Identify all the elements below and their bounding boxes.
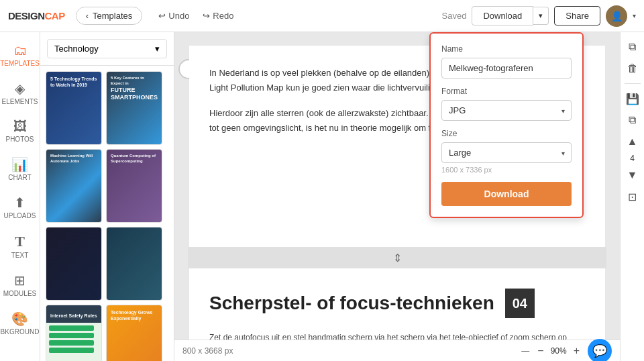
sidebar-item-templates[interactable]: 🗂 TEMPLATES — [0, 38, 40, 72]
templates-button[interactable]: ‹ Templates — [76, 7, 143, 25]
sidebar-elements-label: ELEMENTS — [2, 98, 38, 105]
elements-icon: ◈ — [15, 81, 25, 97]
name-label: Name — [441, 44, 572, 54]
canvas-size-info: 800 x 3668 px — [182, 346, 233, 356]
page-body-text: Zet de autofocus uit en stel handmatig s… — [209, 333, 398, 340]
template-item[interactable]: Technology Grows Exponentially — [106, 305, 162, 361]
sidebar-photos-label: PHOTOS — [5, 136, 34, 143]
size-select[interactable]: Small Medium Large Custom — [441, 142, 572, 163]
right-sidebar: ⧉ 🗑 💾 ⧉ ▲ 4 ▼ ⊡ — [620, 32, 644, 361]
photos-icon: 🖼 — [13, 119, 27, 134]
chart-icon: 📊 — [11, 156, 28, 172]
zoom-in-button[interactable]: + — [571, 345, 582, 357]
template-item[interactable]: Quantum Computing of Supercomputing — [106, 149, 162, 223]
sidebar-item-photos[interactable]: 🖼 PHOTOS — [0, 113, 40, 148]
sidebar-text-label: TEXT — [11, 252, 29, 259]
sidebar-item-text[interactable]: T TEXT — [0, 227, 40, 264]
chat-button[interactable]: 💬 — [588, 339, 612, 362]
sidebar-item-modules[interactable]: ⊞ MODULES — [0, 267, 40, 303]
share-button[interactable]: Share — [554, 6, 600, 25]
template-item[interactable] — [46, 227, 102, 301]
zoom-value: 90% — [551, 346, 567, 356]
logo: DESIGNCAP — [8, 10, 65, 21]
undo-label: Undo — [168, 11, 189, 21]
undo-icon: ↩ — [158, 11, 166, 21]
redo-icon: ↪ — [203, 11, 210, 21]
page-title-section: Scherpstel- of focus-technieken 04 — [209, 289, 578, 318]
avatar-dropdown-icon[interactable]: ▾ — [633, 12, 636, 19]
saved-status: Saved — [442, 11, 467, 21]
zoom-out-button[interactable]: − — [535, 345, 546, 357]
confirm-download-button[interactable]: Download — [441, 182, 572, 206]
sidebar-item-uploads[interactable]: ⬆ UPLOADS — [0, 189, 40, 225]
filename-input[interactable] — [441, 58, 572, 79]
modules-icon: ⊞ — [14, 272, 25, 289]
format-select-wrap: JPG PNG PDF ▾ — [441, 100, 572, 121]
bkground-icon: 🎨 — [11, 311, 28, 327]
redo-button[interactable]: ↪ Redo — [197, 8, 239, 23]
chevron-up-button[interactable]: ▲ — [623, 132, 642, 151]
sidebar-modules-label: MODULES — [3, 290, 36, 297]
category-dropdown[interactable]: Technology ▾ — [47, 39, 167, 58]
download-dropdown: Name Format JPG PNG PDF ▾ Size Small Med… — [429, 32, 584, 218]
canvas-bottom-bar: 800 x 3668 px — − 90% + 💬 — [174, 340, 620, 361]
copy-page-button[interactable]: ⧉ — [623, 38, 642, 56]
redo-label: Redo — [213, 11, 233, 21]
sidebar-bkground-label: BKGROUND — [1, 328, 40, 336]
chevron-down-button[interactable]: ▼ — [623, 166, 642, 185]
undo-button[interactable]: ↩ Undo — [153, 8, 195, 23]
uploads-icon: ⬆ — [14, 195, 25, 211]
template-item[interactable]: Internet Safety Rules — [46, 305, 102, 361]
duplicate-button[interactable]: ⧉ — [623, 111, 642, 130]
sidebar-uploads-label: UPLOADS — [4, 212, 36, 219]
delete-page-button[interactable]: 🗑 — [623, 59, 642, 78]
avatar[interactable]: 👤 — [606, 5, 627, 27]
sidebar-item-chart[interactable]: 📊 CHART — [0, 151, 40, 187]
layout-button[interactable]: ⊡ — [623, 187, 642, 206]
text-icon: T — [15, 233, 25, 250]
expand-icon[interactable]: ⇕ — [393, 252, 402, 264]
download-button[interactable]: Download — [472, 6, 533, 25]
topbar: DESIGNCAP ‹ Templates ↩ Undo ↪ Redo Save… — [0, 0, 644, 32]
undo-redo-group: ↩ Undo ↪ Redo — [153, 8, 239, 23]
template-item[interactable]: 5 Technology Trends to Watch in 2019 — [46, 71, 102, 145]
page-title: Scherpstel- of focus-technieken — [209, 292, 494, 315]
sidebar-templates-label: TEMPLATES — [0, 60, 40, 67]
templates-label: Templates — [93, 11, 132, 21]
save-page-button[interactable]: 💾 — [623, 89, 642, 108]
page-card-2[interactable]: Scherpstel- of focus-technieken 04 Zet d… — [189, 268, 605, 340]
template-panel: Technology ▾ 5 Technology Trends to Watc… — [40, 32, 174, 361]
category-label: Technology — [54, 44, 99, 54]
sidebar-item-bkground[interactable]: 🎨 BKGROUND — [0, 305, 40, 341]
right-divider — [625, 83, 641, 84]
download-group: Download ▾ — [472, 6, 549, 25]
chevron-left-icon: ‹ — [86, 11, 89, 21]
download-arrow-button[interactable]: ▾ — [533, 7, 549, 25]
template-grid: 5 Technology Trends to Watch in 2019 5 K… — [40, 66, 174, 361]
template-item[interactable] — [106, 227, 162, 301]
topbar-right: Saved Download ▾ Share 👤 ▾ — [442, 5, 636, 27]
size-label: Size — [441, 129, 572, 138]
template-header: Technology ▾ — [40, 32, 174, 66]
template-item[interactable]: 5 Key Features to Expect inFUTURESMARTPH… — [106, 71, 162, 145]
page-count: 4 — [630, 154, 635, 163]
category-arrow-icon: ▾ — [155, 44, 160, 54]
left-sidebar: 🗂 TEMPLATES ◈ ELEMENTS 🖼 PHOTOS 📊 CHART … — [0, 32, 40, 361]
sidebar-item-elements[interactable]: ◈ ELEMENTS — [0, 75, 40, 111]
page-divider: ⇕ — [188, 247, 606, 268]
size-select-wrap: Small Medium Large Custom ▾ — [441, 142, 572, 163]
minus-icon: — — [521, 346, 529, 356]
page-num-badge: 04 — [505, 289, 535, 318]
format-label: Format — [441, 87, 572, 96]
templates-icon: 🗂 — [13, 43, 27, 58]
format-select[interactable]: JPG PNG PDF — [441, 100, 572, 121]
sidebar-chart-label: CHART — [8, 174, 31, 181]
zoom-controls: − 90% + — [535, 345, 582, 357]
dimensions-text: 1600 x 7336 px — [441, 166, 572, 174]
template-item[interactable]: Machine Learning Will Automate Jobs — [46, 149, 102, 223]
page-body: Zet de autofocus uit en stel handmatig s… — [209, 331, 578, 340]
